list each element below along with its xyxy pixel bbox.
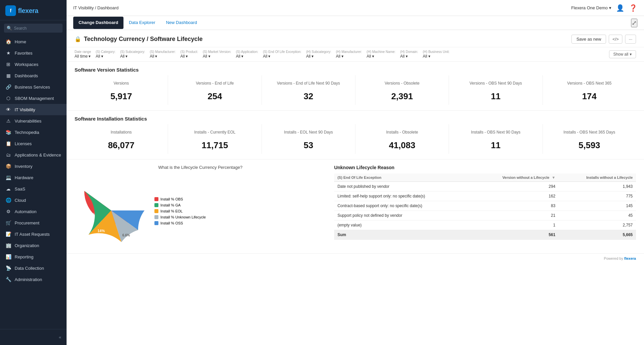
filter-label-4: (S) Product: — [180, 50, 198, 54]
legend-color-3 — [154, 215, 158, 219]
filter-value-12[interactable]: All ▾ — [423, 54, 450, 59]
filter-chevron-5: ▾ — [208, 54, 210, 59]
help-icon[interactable]: ❓ — [629, 4, 637, 12]
collapse-button[interactable]: « — [0, 332, 67, 342]
pie-chart: 48% 28% 14% 6.6% — [75, 174, 148, 248]
sidebar-item-procurement[interactable]: 🛒 Procurement — [0, 217, 67, 228]
save-as-new-button[interactable]: Save as new — [571, 35, 606, 44]
sidebar-item-home[interactable]: 🏠 Home — [0, 36, 67, 47]
legend-item-2: Install % EOL — [154, 209, 206, 213]
sidebar-item-hardware[interactable]: 💻 Hardware — [0, 172, 67, 183]
nav-icon-vulnerabilities: ⚠ — [5, 118, 11, 124]
user-icon[interactable]: 👤 — [616, 4, 624, 12]
filter-value-11[interactable]: All ▾ — [400, 54, 418, 59]
sidebar-item-it-asset-requests[interactable]: 📝 IT Asset Requests — [0, 228, 67, 240]
filter-item-7[interactable]: (S) End Of Life Exception: All ▾ — [263, 50, 302, 59]
sidebar-item-sbom-management[interactable]: ⬡ SBOM Management — [0, 93, 67, 104]
nav-label-inventory: Inventory — [15, 164, 32, 169]
col2-header: Version without a Lifecycle ▼ — [472, 173, 558, 182]
nav-icon-it-asset-requests: 📝 — [5, 231, 11, 237]
share-button[interactable]: ⤢ — [631, 19, 637, 27]
pie-chart-title: What is the Lifecycle Currency Percentag… — [75, 165, 326, 170]
filter-value-2[interactable]: All ▾ — [120, 54, 145, 59]
tab-change-dashboard[interactable]: Change Dashboard — [73, 17, 123, 29]
sidebar-item-dashboards[interactable]: ▦ Dashboards — [0, 70, 67, 81]
sidebar-item-it-visibility[interactable]: 👁 IT Visibility — [0, 104, 67, 115]
sidebar-bottom: « — [0, 329, 67, 345]
filter-value-1[interactable]: All ▾ — [96, 54, 115, 59]
col3-header: Installs without a Lifecycle — [559, 173, 636, 182]
dashboard-actions: Save as new </> ··· — [571, 35, 636, 44]
sidebar-item-inventory[interactable]: 📦 Inventory — [0, 161, 67, 172]
nav-icon-home: 🏠 — [5, 39, 11, 44]
sidebar-item-business-services[interactable]: 🔗 Business Services — [0, 81, 67, 93]
sidebar-item-technopedia[interactable]: 📚 Technopedia — [0, 127, 67, 138]
filter-item-6[interactable]: (S) Application: All ▾ — [236, 50, 258, 59]
breadcrumb-prefix: IT Visibility — [73, 5, 94, 10]
sidebar-item-saas[interactable]: ☁ SaaS — [0, 183, 67, 194]
filter-value-10[interactable]: All ▾ — [367, 54, 396, 59]
install-stat-value-5: 5,593 — [548, 140, 631, 151]
filter-value-7[interactable]: All ▾ — [263, 54, 302, 59]
filter-item-3[interactable]: (S) Manufacturer: All ▾ — [150, 50, 176, 59]
filter-value-6[interactable]: All ▾ — [236, 54, 258, 59]
filter-item-2[interactable]: (S) Subcategory: All ▾ — [120, 50, 145, 59]
more-button[interactable]: ··· — [625, 35, 636, 44]
tab-new-dashboard[interactable]: New Dashboard — [161, 17, 202, 29]
filter-item-12[interactable]: (H) Business Unit: All ▾ — [423, 50, 450, 59]
sidebar-item-data-collection[interactable]: 📡 Data Collection — [0, 262, 67, 274]
filter-item-4[interactable]: (S) Product: All ▾ — [180, 50, 198, 59]
legend-color-4 — [154, 221, 158, 225]
topbar: IT Visibility / Dashboard Flexera One De… — [67, 0, 644, 16]
filter-value-5[interactable]: All ▾ — [203, 54, 231, 59]
row-v1-1: 162 — [472, 191, 558, 201]
sidebar-item-cloud[interactable]: 🌐 Cloud — [0, 194, 67, 206]
filter-value-4[interactable]: All ▾ — [180, 54, 198, 59]
filter-item-5[interactable]: (S) Market Version: All ▾ — [203, 50, 231, 59]
nav-icon-applications-evidence: 🗂 — [5, 152, 11, 158]
filter-item-11[interactable]: (H) Domain: All ▾ — [400, 50, 418, 59]
filter-value-9[interactable]: All ▾ — [336, 54, 362, 59]
search-input[interactable] — [14, 26, 60, 31]
sidebar-item-applications-evidence[interactable]: 🗂 Applications & Evidence — [0, 149, 67, 161]
filter-value-0[interactable]: All time ▾ — [75, 54, 91, 59]
filter-value-3[interactable]: All ▾ — [150, 54, 176, 59]
row-label-3: Support policy not defined by vendor — [334, 211, 472, 220]
filter-item-8[interactable]: (H) Subcategory: All ▾ — [306, 50, 331, 59]
nav-icon-favorites: ★ — [5, 50, 11, 56]
filter-chevron-10: ▾ — [372, 54, 374, 59]
nav-label-dashboards: Dashboards — [15, 73, 38, 78]
nav-label-favorites: Favorites — [15, 51, 32, 56]
sidebar-item-organization[interactable]: 🏢 Organization — [0, 240, 67, 251]
sidebar-item-automation[interactable]: ⚙ Automation — [0, 206, 67, 217]
sidebar-item-workspaces[interactable]: ⊞ Workspaces — [0, 59, 67, 70]
search-box[interactable]: 🔍 — [4, 24, 63, 33]
filter-chevron-7: ▾ — [268, 54, 270, 59]
sidebar-item-reporting[interactable]: 📊 Reporting — [0, 251, 67, 262]
filter-label-10: (H) Machine Name: — [367, 50, 396, 54]
filter-item-9[interactable]: (H) Manufacturer: All ▾ — [336, 50, 362, 59]
row-v2-1: 775 — [559, 191, 636, 201]
legend-color-1 — [154, 203, 158, 207]
code-button[interactable]: </> — [609, 35, 622, 44]
filter-chevron-12: ▾ — [428, 54, 430, 59]
svg-text:28%: 28% — [88, 212, 95, 216]
tab-data-explorer[interactable]: Data Explorer — [123, 17, 160, 29]
sidebar-item-licenses[interactable]: 📋 Licenses — [0, 138, 67, 149]
sum-label: Sum — [334, 230, 472, 240]
account-dropdown[interactable]: Flexera One Demo ▾ — [571, 5, 611, 10]
show-all-button[interactable]: Show all ▾ — [609, 50, 636, 58]
nav-label-it-asset-requests: IT Asset Requests — [15, 232, 50, 237]
sidebar-item-vulnerabilities[interactable]: ⚠ Vulnerabilities — [0, 115, 67, 127]
nav-icon-data-collection: 📡 — [5, 265, 11, 271]
filter-value-8[interactable]: All ▾ — [306, 54, 331, 59]
filter-item-10[interactable]: (H) Machine Name: All ▾ — [367, 50, 396, 59]
sidebar-item-administration[interactable]: 🔧 Administration — [0, 274, 67, 285]
filter-item-0[interactable]: Date range All time ▾ — [75, 50, 91, 59]
version-stat-3: Versions - Obsolete 2,391 — [355, 75, 449, 105]
sidebar-item-favorites[interactable]: ★ Favorites — [0, 47, 67, 59]
install-stats-row: Installations 86,077 Installs - Currentl… — [67, 124, 644, 160]
filter-item-1[interactable]: (S) Category: All ▾ — [96, 50, 115, 59]
nav-label-reporting: Reporting — [15, 254, 33, 259]
nav-icon-business-services: 🔗 — [5, 84, 11, 90]
